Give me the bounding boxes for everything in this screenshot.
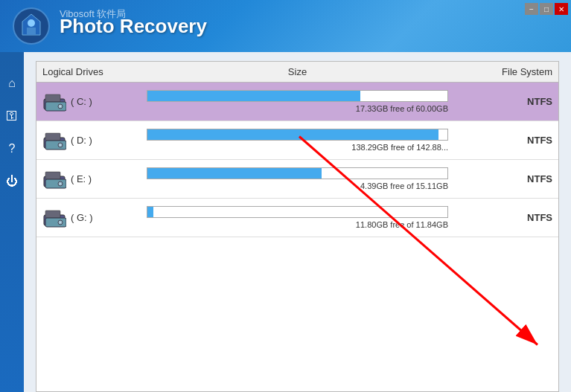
svg-point-12 [60,144,61,146]
progress-bar-bg [147,206,448,218]
minimize-button[interactable]: − [525,3,538,15]
drive-table: Logical Drives Size File System ( C: ) 1… [36,61,559,392]
drive-label: ( D: ) [71,135,92,146]
maximize-button[interactable]: □ [540,3,553,15]
filesystem-label: NTFS [448,135,552,146]
filesystem-label: NTFS [448,212,552,223]
window-controls[interactable]: − □ ✕ [525,3,568,15]
svg-rect-20 [45,218,66,227]
size-cell: 4.39GB free of 15.11GB [147,167,448,190]
col-logical-drives: Logical Drives [42,66,147,77]
svg-rect-9 [45,133,60,141]
drive-label: ( E: ) [71,173,92,184]
col-size: Size [147,66,448,77]
drive-rows: ( C: ) 17.33GB free of 60.00GB NTFS ( D:… [36,83,558,237]
table-header: Logical Drives Size File System [36,62,558,83]
home-icon[interactable]: ⌂ [3,74,21,92]
progress-bar-fill [147,129,438,140]
app-header: − □ ✕ Photo Recovery Vibosoft 软件局 [0,0,571,52]
drive-icon [42,91,66,112]
drive-icon [42,130,66,151]
key-icon[interactable]: ⚿ [3,107,21,125]
col-filesystem: File System [448,66,552,77]
svg-point-17 [60,183,61,184]
drive-label: ( C: ) [71,96,92,107]
size-cell: 17.33GB free of 60.00GB [147,90,448,113]
svg-point-7 [60,106,61,107]
size-cell: 138.29GB free of 142.88... [147,129,448,152]
size-label: 11.80GB free of 11.84GB [147,220,448,229]
drive-label: ( G: ) [71,212,93,223]
size-label: 138.29GB free of 142.88... [147,143,448,152]
svg-rect-19 [45,211,60,218]
progress-bar-fill [147,207,153,217]
filesystem-label: NTFS [448,173,552,184]
svg-rect-5 [45,102,66,111]
size-label: 17.33GB free of 60.00GB [147,104,448,113]
drive-icon [42,208,66,228]
svg-point-2 [28,19,35,27]
main-area: ⌂ ⚿ ? ⏻ Logical Drives Size File System … [0,52,571,392]
app-logo [12,7,51,45]
sidebar: ⌂ ⚿ ? ⏻ [0,52,24,392]
svg-point-22 [60,222,61,223]
svg-rect-4 [45,94,60,102]
svg-rect-1 [27,28,36,35]
drive-name: ( G: ) [42,208,147,228]
progress-bar-fill [147,168,322,179]
drive-name: ( D: ) [42,130,147,151]
progress-bar-bg [147,167,448,179]
svg-rect-10 [45,141,66,150]
question-icon[interactable]: ? [3,140,21,158]
app-subtitle: Vibosoft 软件局 [60,7,126,21]
drive-row[interactable]: ( C: ) 17.33GB free of 60.00GB NTFS [36,83,558,121]
size-cell: 11.80GB free of 11.84GB [147,206,448,229]
svg-rect-14 [45,172,60,179]
drive-name: ( C: ) [42,91,147,112]
power-icon[interactable]: ⏻ [3,173,21,190]
size-label: 4.39GB free of 15.11GB [147,181,448,190]
progress-bar-bg [147,129,448,141]
svg-rect-15 [45,179,66,188]
close-button[interactable]: ✕ [555,3,568,15]
drive-icon [42,169,66,190]
progress-bar-bg [147,90,448,102]
content-area: Logical Drives Size File System ( C: ) 1… [24,52,571,392]
drive-row[interactable]: ( E: ) 4.39GB free of 15.11GB NTFS [36,160,558,199]
drive-row[interactable]: ( D: ) 138.29GB free of 142.88... NTFS [36,121,558,160]
drive-row[interactable]: ( G: ) 11.80GB free of 11.84GB NTFS [36,199,558,237]
drive-name: ( E: ) [42,169,147,190]
filesystem-label: NTFS [448,96,552,107]
progress-bar-fill [147,91,360,101]
